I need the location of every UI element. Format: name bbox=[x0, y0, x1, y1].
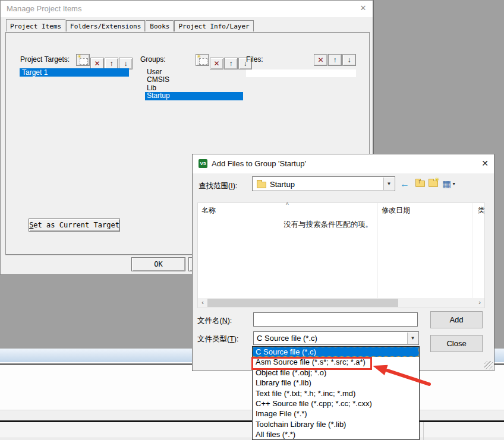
close-icon[interactable]: ✕ bbox=[479, 159, 491, 169]
sparkle-icon: ✳ bbox=[197, 54, 201, 59]
label-accelerator: N bbox=[222, 316, 228, 325]
add-files-dialog: V5 Add Files to Group 'Startup' ✕ 查找范围(I… bbox=[192, 154, 494, 371]
target-list-item[interactable]: Target 1 bbox=[20, 68, 129, 77]
groups-list: User CMSIS Lib Startup bbox=[145, 68, 242, 100]
sparkle-icon: ✳ bbox=[434, 176, 439, 183]
label-text: 文件名( bbox=[197, 316, 222, 325]
dropdown-item-all-files[interactable]: All files (*.*) bbox=[253, 429, 419, 439]
scrollbar-thumb[interactable] bbox=[207, 299, 398, 307]
delete-icon: ✕ bbox=[213, 59, 219, 68]
project-targets-list: Target 1 bbox=[20, 68, 129, 77]
sort-ascending-icon: ^ bbox=[286, 202, 289, 208]
file-name-input[interactable] bbox=[253, 312, 418, 327]
window-title: Manage Project Items bbox=[7, 4, 81, 13]
look-in-label: 查找范围(I): bbox=[199, 181, 237, 191]
files-list[interactable] bbox=[246, 69, 356, 77]
groups-label: Groups: bbox=[140, 55, 166, 64]
close-icon[interactable]: ✕ bbox=[357, 4, 369, 14]
folder-icon bbox=[257, 182, 266, 188]
tab-project-info-layer[interactable]: Project Info/Layer bbox=[174, 20, 253, 31]
dialog-title: Add Files to Group 'Startup' bbox=[212, 159, 306, 168]
desktop: Manage Project Items ✕ Project ItemsFold… bbox=[0, 0, 504, 440]
file-type-value: C Source file (*.c) bbox=[257, 334, 317, 343]
look-in-combobox[interactable]: Startup ▼ bbox=[252, 176, 395, 191]
delete-target-button[interactable]: ✕ bbox=[90, 58, 104, 69]
move-up-icon: ↑ bbox=[333, 56, 337, 64]
files-toolbar: ✕ ↑ ↓ bbox=[314, 54, 357, 66]
file-name-label: 文件名(N): bbox=[197, 316, 232, 326]
move-file-up-button[interactable]: ↑ bbox=[328, 54, 342, 66]
label-accelerator: T bbox=[229, 335, 234, 343]
sparkle-icon: ✳ bbox=[77, 54, 82, 59]
background-divider bbox=[423, 422, 424, 440]
tab-project-items[interactable]: Project Items bbox=[6, 19, 65, 31]
delete-group-button[interactable]: ✕ bbox=[210, 58, 223, 69]
dropdown-item-library-file[interactable]: Library file (*.lib) bbox=[253, 378, 419, 388]
dropdown-item-text-file[interactable]: Text file (*.txt; *.h; *.inc; *.md) bbox=[253, 388, 419, 398]
ok-button[interactable]: OK bbox=[131, 257, 185, 271]
move-target-up-button[interactable]: ↑ bbox=[105, 58, 118, 69]
delete-icon: ✕ bbox=[317, 56, 323, 64]
move-file-down-button[interactable]: ↓ bbox=[342, 54, 356, 66]
look-in-value: Startup bbox=[270, 180, 295, 189]
label-text: ): bbox=[228, 316, 232, 325]
scroll-left-icon[interactable]: ‹ bbox=[198, 298, 207, 308]
column-header-date-modified[interactable]: 修改日期 bbox=[382, 205, 410, 216]
dropdown-item-c-source[interactable]: C Source file (*.c) bbox=[253, 347, 419, 357]
file-list-view[interactable]: 名称 ^ 修改日期 类 没有与搜索条件匹配的项。 ‹ › bbox=[197, 202, 485, 308]
groups-toolbar: ✳ ✕ ↑ ↓ bbox=[196, 54, 253, 66]
empty-folder-message: 没有与搜索条件匹配的项。 bbox=[198, 220, 484, 230]
uvision-icon: V5 bbox=[199, 159, 207, 168]
dialog-titlebar: V5 Add Files to Group 'Startup' ✕ bbox=[193, 154, 494, 173]
manage-titlebar: Manage Project Items ✕ bbox=[1, 1, 373, 17]
move-group-up-button[interactable]: ↑ bbox=[224, 58, 238, 69]
annotation-highlight-rectangle bbox=[251, 357, 372, 370]
back-icon[interactable]: ← bbox=[400, 179, 410, 189]
project-targets-label: Project Targets: bbox=[20, 55, 70, 64]
chevron-down-icon[interactable]: ▼ bbox=[407, 333, 418, 344]
label-text: ): bbox=[233, 182, 238, 190]
label-text: 查找范围( bbox=[199, 182, 231, 190]
label-text: ): bbox=[234, 335, 239, 343]
file-type-label: 文件类型(T): bbox=[197, 334, 238, 344]
move-down-icon: ↓ bbox=[348, 56, 351, 64]
tab-books[interactable]: Books bbox=[146, 20, 174, 31]
button-label: et as Current Target bbox=[33, 221, 119, 229]
column-header-name[interactable]: 名称 bbox=[201, 205, 216, 216]
grid-icon: ▦ bbox=[442, 179, 451, 189]
group-list-item[interactable]: User bbox=[145, 68, 242, 76]
new-target-button[interactable]: ✳ bbox=[76, 54, 90, 66]
move-down-icon: ↓ bbox=[124, 59, 128, 68]
resize-grip[interactable] bbox=[484, 361, 493, 369]
move-up-icon: ↑ bbox=[110, 59, 114, 68]
delete-file-button[interactable]: ✕ bbox=[314, 54, 327, 66]
dropdown-item-image-file[interactable]: Image File (*.*) bbox=[253, 409, 419, 419]
tab-folders-extensions[interactable]: Folders/Extensions bbox=[66, 20, 145, 31]
new-group-button[interactable]: ✳ bbox=[196, 54, 209, 66]
chevron-down-icon: ▼ bbox=[452, 182, 456, 186]
up-arrow-icon: ↑ bbox=[418, 178, 421, 185]
column-divider[interactable] bbox=[377, 203, 378, 298]
delete-icon: ✕ bbox=[94, 59, 100, 68]
scroll-right-icon[interactable]: › bbox=[475, 298, 484, 308]
dropdown-item-cpp-source[interactable]: C++ Source file (*.cpp; *.cc; *.cxx) bbox=[253, 398, 419, 409]
views-menu-icon[interactable]: ▦▼ bbox=[442, 179, 456, 189]
horizontal-scrollbar[interactable]: ‹ › bbox=[198, 298, 484, 308]
file-type-combobox[interactable]: C Source file (*.c) ▼ bbox=[253, 331, 419, 345]
group-list-item-selected[interactable]: Startup bbox=[145, 92, 243, 100]
dropdown-item-toolchain-library[interactable]: Toolchain Library file (*.lib) bbox=[253, 419, 419, 429]
group-list-item[interactable]: CMSIS bbox=[145, 76, 242, 84]
project-targets-toolbar: ✳ ✕ ↑ ↓ bbox=[76, 54, 133, 66]
move-up-icon: ↑ bbox=[229, 59, 233, 68]
move-target-down-button[interactable]: ↓ bbox=[119, 58, 133, 69]
chevron-down-icon[interactable]: ▼ bbox=[383, 178, 394, 190]
set-as-current-target-button[interactable]: Set as Current Target bbox=[29, 219, 120, 232]
label-text: 文件类型( bbox=[197, 335, 229, 343]
column-header-type[interactable]: 类 bbox=[478, 205, 485, 216]
tab-bar: Project ItemsFolders/ExtensionsBooksProj… bbox=[6, 20, 254, 33]
add-button[interactable]: Add bbox=[430, 311, 483, 328]
column-divider[interactable] bbox=[472, 203, 473, 298]
group-list-item[interactable]: Lib bbox=[145, 84, 242, 92]
files-label: Files: bbox=[246, 55, 263, 64]
close-button[interactable]: Close bbox=[430, 335, 483, 352]
